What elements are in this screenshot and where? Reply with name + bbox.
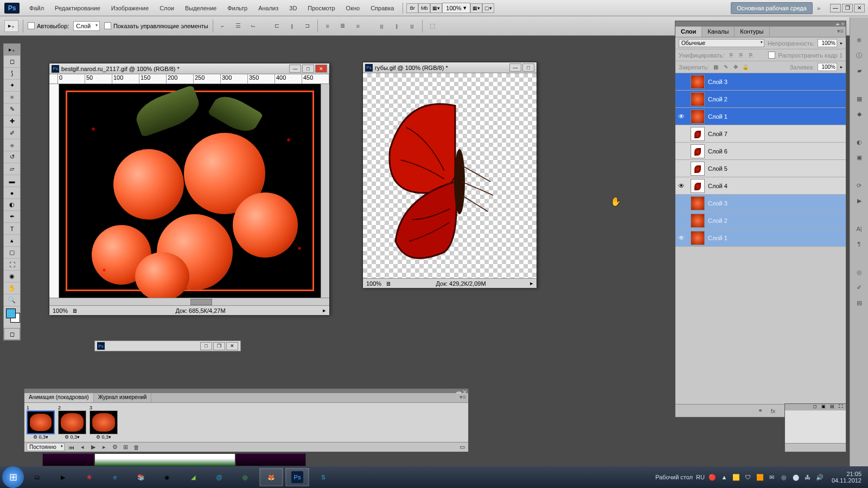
distribute-left-icon[interactable]: ⫼ (376, 21, 387, 31)
bridge-icon[interactable]: Br (406, 3, 418, 13)
next-frame-icon[interactable]: ▸ (100, 444, 108, 451)
layer-thumbnail[interactable] (691, 162, 705, 176)
taskbar-clock[interactable]: 21:05 04.11.2012 (827, 471, 866, 484)
doc-titlebar[interactable]: Ps губы.gif @ 100% (RGB/8) * — □ (363, 62, 537, 73)
mail-taskbar-icon[interactable]: @ (207, 468, 231, 486)
workspace-button[interactable]: Основная рабочая среда (731, 2, 813, 14)
animation-frame[interactable]: 1⚙ 0,3▾ (27, 405, 55, 440)
tray-icon[interactable]: 🟧 (756, 473, 764, 481)
firefox-taskbar-icon[interactable]: 🦊 (259, 468, 283, 486)
info-panel-icon[interactable]: ⓘ (853, 49, 866, 62)
canvas-roses[interactable] (59, 84, 321, 298)
dodge-tool[interactable]: ◐ (4, 199, 20, 211)
menu-image[interactable]: Изображение (106, 2, 154, 15)
show-desktop-label[interactable]: Рабочий стол (655, 474, 693, 480)
doc-titlebar[interactable]: Ps bestgif.narod.ru_2117.gif @ 100% (RGB… (49, 63, 329, 74)
stamp-tool[interactable]: ⎆ (4, 139, 20, 151)
healing-tool[interactable]: ✚ (4, 115, 20, 127)
color-swatches[interactable] (4, 306, 20, 326)
align-bottom-icon[interactable]: ⌙ (248, 21, 259, 31)
panel-close-icon[interactable]: ✕ (841, 22, 845, 27)
doc-window-butterfly[interactable]: Ps губы.gif @ 100% (RGB/8) * — □ (362, 62, 537, 287)
layer-thumbnail[interactable] (691, 214, 705, 228)
tween-icon[interactable]: ⚙ (111, 444, 119, 451)
crop-tool[interactable]: ⌗ (4, 92, 20, 104)
layer-row[interactable]: 👁Слой 4 (675, 177, 846, 195)
prev-frame-icon[interactable]: ◂ (79, 444, 86, 451)
first-frame-icon[interactable]: ⏮ (68, 444, 75, 451)
lasso-tool[interactable]: ⟆ (4, 68, 20, 80)
layer-thumbnail[interactable] (691, 75, 705, 89)
play-icon[interactable]: ▶ (90, 444, 97, 451)
adjustments-panel-icon[interactable]: ◐ (853, 136, 866, 149)
doc-window-roses[interactable]: Ps bestgif.narod.ru_2117.gif @ 100% (RGB… (49, 63, 330, 314)
winrar-taskbar-icon[interactable]: 📚 (129, 468, 153, 486)
mb-icon[interactable]: Mb (418, 3, 430, 13)
layer-thumbnail[interactable] (691, 92, 705, 106)
doc-maximize[interactable]: □ (522, 63, 534, 72)
blend-mode-select[interactable]: Обычные (679, 39, 764, 47)
start-button[interactable]: ⊞ (2, 466, 24, 488)
loop-select[interactable]: Постоянно (27, 443, 65, 451)
frame-delay[interactable]: ⚙ 0,3▾ (27, 434, 55, 440)
timeline-toggle-icon[interactable]: ▭ (458, 444, 466, 451)
new-frame-icon[interactable]: ⊞ (122, 444, 130, 451)
tray-icon[interactable]: 🖧 (803, 473, 812, 481)
layer-row[interactable]: Слой 2 (675, 91, 846, 108)
media-player-taskbar-icon[interactable]: ▶ (51, 468, 75, 486)
frame-delay[interactable]: ⚙ 0,3▾ (90, 434, 118, 440)
doc-maximize[interactable]: ❐ (213, 342, 225, 350)
window-close[interactable]: ✕ (854, 4, 865, 12)
eyedropper-tool[interactable]: ✎ (4, 104, 20, 115)
tray-icon[interactable]: ◎ (780, 473, 788, 481)
thumb-item[interactable] (42, 453, 94, 466)
menu-window[interactable]: Окно (341, 2, 366, 15)
volume-icon[interactable]: 🔊 (815, 473, 824, 481)
type-tool[interactable]: T (4, 223, 20, 235)
distribute-top-icon[interactable]: ≡ (322, 21, 333, 31)
quick-select-tool[interactable]: ✦ (4, 80, 20, 92)
paragraph-panel-icon[interactable]: ¶ (853, 237, 866, 251)
move-tool[interactable]: ▸₊ (4, 44, 20, 56)
frame-thumbnail[interactable] (90, 410, 118, 434)
blur-tool[interactable]: ● (4, 187, 20, 199)
layer-thumbnail[interactable] (691, 179, 705, 193)
propagate-checkbox[interactable] (768, 52, 775, 59)
visibility-toggle[interactable]: 👁 (675, 182, 687, 190)
lock-icons[interactable]: ▦✎✥🔒 (712, 63, 749, 71)
frame-delay[interactable]: ⚙ 0,3▾ (58, 434, 86, 440)
visibility-toggle[interactable]: 👁 (675, 234, 687, 242)
tray-icon[interactable]: ⬤ (792, 473, 800, 481)
screen-mode-icon[interactable]: ▢▾ (482, 3, 494, 13)
panel-close-icon[interactable]: ✕ (462, 389, 467, 393)
layer-row[interactable]: Слой 3 (675, 73, 846, 91)
doc-restore[interactable]: □ (200, 342, 212, 350)
layer-thumbnail[interactable] (691, 144, 705, 158)
tray-icon[interactable]: ✉ (768, 473, 776, 481)
actions-panel-icon[interactable]: ▶ (853, 194, 866, 207)
hand-tool[interactable]: ✋ (4, 282, 20, 294)
doc-zoom[interactable]: 100% (366, 280, 381, 287)
tab-channels[interactable]: Каналы (702, 27, 735, 37)
tray-icon[interactable]: 🔴 (708, 473, 717, 481)
animation-frame[interactable]: 2⚙ 0,3▾ (58, 405, 86, 440)
menu-view[interactable]: Просмотр (302, 2, 340, 15)
menu-edit[interactable]: Редактирование (49, 2, 106, 15)
unify-icons[interactable]: ⎘⎘⎘ (727, 52, 755, 59)
tray-icon[interactable]: 🛡 (744, 473, 752, 481)
distribute-right-icon[interactable]: ⫼ (407, 21, 418, 31)
panel-menu-icon[interactable]: ▾≡ (835, 27, 846, 37)
layer-fx-icon[interactable]: fx (769, 407, 777, 415)
explorer-taskbar-icon[interactable]: 🗂 (25, 468, 49, 486)
tool-presets-icon[interactable]: ✐ (853, 281, 866, 294)
navigator-mini-panel[interactable]: ◻▣▤⛶ (784, 403, 846, 452)
photoshop-taskbar-icon[interactable]: Ps (285, 468, 309, 486)
3d-camera-tool[interactable]: ◉ (4, 271, 20, 282)
autoselect-target[interactable]: Слой (73, 21, 100, 31)
tab-animation[interactable]: Анимация (покадровая) (24, 393, 94, 402)
layer-comps-icon[interactable]: ▤ (853, 296, 866, 309)
app-taskbar-icon-2[interactable]: ◢ (181, 468, 205, 486)
nav-panel-icon[interactable]: ◎ (853, 266, 866, 279)
menu-help[interactable]: Справка (365, 2, 399, 15)
doc-maximize[interactable]: □ (302, 65, 314, 73)
